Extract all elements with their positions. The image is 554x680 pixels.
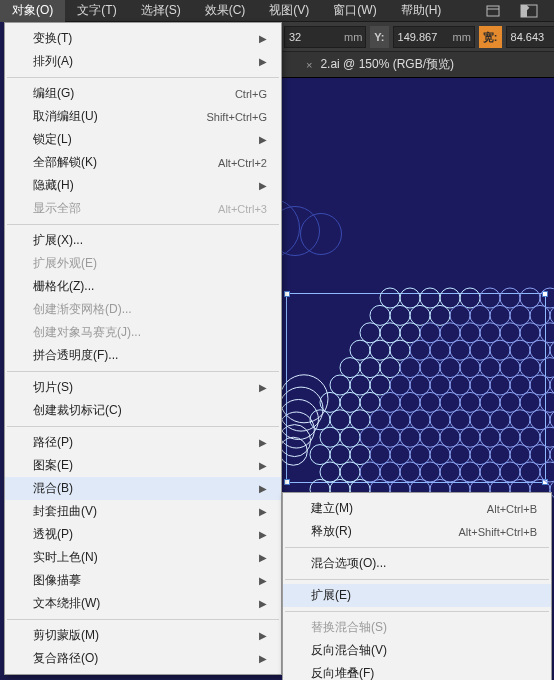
menu-item[interactable]: 锁定(L)▶ [5,128,281,151]
menu-item-label: 变换(T) [33,30,259,47]
submenu-arrow-icon: ▶ [259,460,267,471]
menu-item[interactable]: 实时上色(N)▶ [5,546,281,569]
svg-point-83 [500,392,520,412]
svg-point-57 [500,358,520,378]
svg-point-7 [420,288,440,308]
menu-item[interactable]: 剪切蒙版(M)▶ [5,624,281,647]
submenu-item[interactable]: 建立(M)Alt+Ctrl+B [283,497,551,520]
menu-item-label: 混合(B) [33,480,259,497]
menubar: 对象(O) 文字(T) 选择(S) 效果(C) 视图(V) 窗口(W) 帮助(H… [0,0,554,22]
svg-point-96 [490,410,510,430]
menu-window[interactable]: 窗口(W) [321,0,388,22]
svg-point-90 [370,410,390,430]
svg-point-40 [410,340,430,360]
svg-point-121 [450,445,470,465]
menu-item[interactable]: 拼合透明度(F)... [5,344,281,367]
menu-item[interactable]: 路径(P)▶ [5,431,281,454]
svg-point-22 [510,305,530,325]
svg-point-33 [500,323,520,343]
svg-point-31 [460,323,480,343]
submenu-item[interactable]: 扩展(E) [283,584,551,607]
submenu-arrow-icon: ▶ [259,575,267,586]
menu-type[interactable]: 文字(T) [65,0,128,22]
menu-item[interactable]: 全部解锁(K)Alt+Ctrl+2 [5,151,281,174]
y-value-input[interactable] [394,27,450,47]
menu-item-label: 创建渐变网格(D)... [33,301,267,318]
menu-shortcut: Alt+Ctrl+3 [218,203,267,215]
svg-point-67 [450,375,470,395]
svg-point-66 [430,375,450,395]
menu-view[interactable]: 视图(V) [257,0,321,22]
svg-point-136 [480,462,500,482]
svg-point-109 [480,427,500,447]
menu-item[interactable]: 复合路径(O)▶ [5,647,281,670]
menu-item[interactable]: 混合(B)▶ [5,477,281,500]
svg-point-41 [430,340,450,360]
menu-separator [7,619,279,620]
menu-item[interactable]: 图像描摹▶ [5,569,281,592]
menu-item[interactable]: 封套扭曲(V)▶ [5,500,281,523]
submenu-arrow-icon: ▶ [259,483,267,494]
menu-item[interactable]: 隐藏(H)▶ [5,174,281,197]
menu-item-label: 全部解锁(K) [33,154,218,171]
submenu-arrow-icon: ▶ [259,382,267,393]
submenu-item[interactable]: 混合选项(O)... [283,552,551,575]
svg-point-124 [510,445,530,465]
menu-item[interactable]: 栅格化(Z)... [5,275,281,298]
menu-select[interactable]: 选择(S) [129,0,193,22]
svg-point-76 [360,392,380,412]
doc-icon[interactable] [484,4,502,18]
menu-item[interactable]: 扩展(X)... [5,229,281,252]
submenu-item[interactable]: 释放(R)Alt+Shift+Ctrl+B [283,520,551,543]
menu-item-label: 路径(P) [33,434,259,451]
menu-effect[interactable]: 效果(C) [193,0,258,22]
svg-point-101 [320,427,340,447]
svg-point-137 [500,462,520,482]
submenu-item[interactable]: 反向堆叠(F) [283,662,551,680]
svg-point-55 [460,358,480,378]
svg-point-130 [360,462,380,482]
submenu-arrow-icon: ▶ [259,529,267,540]
menu-item-label: 拼合透明度(F)... [33,347,267,364]
submenu-shortcut: Alt+Shift+Ctrl+B [458,526,537,538]
svg-point-122 [470,445,490,465]
svg-point-84 [520,392,540,412]
close-icon[interactable] [306,59,312,71]
svg-point-79 [420,392,440,412]
menu-separator [285,611,549,612]
svg-point-29 [420,323,440,343]
w-label: 宽: [479,26,502,48]
svg-point-82 [480,392,500,412]
menu-item[interactable]: 切片(S)▶ [5,376,281,399]
svg-point-8 [440,288,460,308]
submenu-item[interactable]: 反向混合轴(V) [283,639,551,662]
menu-item[interactable]: 取消编组(U)Shift+Ctrl+G [5,105,281,128]
w-value-input[interactable] [507,27,554,47]
menu-item[interactable]: 编组(G)Ctrl+G [5,82,281,105]
svg-point-77 [380,392,400,412]
x-value-input[interactable] [285,27,341,47]
svg-point-27 [380,323,400,343]
svg-point-97 [510,410,530,430]
menu-item[interactable]: 图案(E)▶ [5,454,281,477]
menu-help[interactable]: 帮助(H) [389,0,454,22]
svg-point-93 [430,410,450,430]
svg-point-88 [330,410,350,430]
svg-point-63 [370,375,390,395]
menu-item[interactable]: 变换(T)▶ [5,27,281,50]
menu-item[interactable]: 排列(A)▶ [5,50,281,73]
svg-point-128 [320,462,340,482]
svg-point-19 [450,305,470,325]
tab-doc-2ai[interactable]: 2.ai @ 150% (RGB/预览) [294,52,466,77]
submenu-arrow-icon: ▶ [259,56,267,67]
menu-item[interactable]: 透视(P)▶ [5,523,281,546]
menu-item-label: 切片(S) [33,379,259,396]
menu-shortcut: Shift+Ctrl+G [206,111,267,123]
toolbar-right [484,4,554,18]
menu-item[interactable]: 文本绕排(W)▶ [5,592,281,615]
layout-icon[interactable] [520,4,538,18]
menu-item-label: 文本绕排(W) [33,595,259,612]
menu-item[interactable]: 创建裁切标记(C) [5,399,281,422]
menu-item-label: 剪切蒙版(M) [33,627,259,644]
menu-object[interactable]: 对象(O) [0,0,65,22]
